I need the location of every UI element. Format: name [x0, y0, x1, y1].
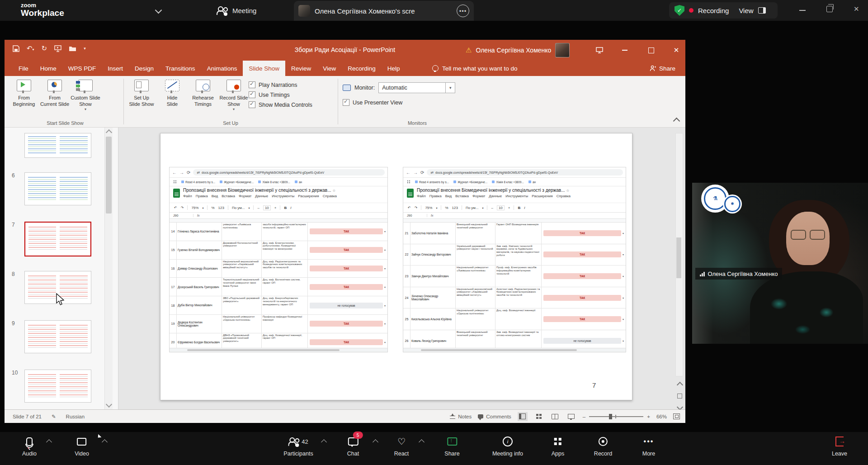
slide-thumbnail-image[interactable] [24, 320, 91, 353]
ppt-maximize-button[interactable] [640, 40, 662, 61]
record-button[interactable]: Record [594, 435, 612, 457]
view-button[interactable]: View [739, 7, 753, 14]
video-options-chevron[interactable] [102, 439, 108, 445]
ribbon-tab[interactable]: WPS PDF [62, 61, 102, 76]
ppt-account[interactable]: ⚠ Олена Сергіївна Хоменко [466, 40, 570, 61]
slide-vertical-scrollbar[interactable] [675, 133, 683, 376]
ribbon-big-button[interactable]: FromBeginning [9, 80, 39, 112]
ppt-account-avatar[interactable] [555, 43, 570, 57]
ppt-close-button[interactable]: ✕ [665, 40, 687, 61]
participants-options-chevron[interactable] [321, 439, 327, 445]
chat-button[interactable]: 5 Chat [347, 435, 359, 457]
window-minimize-button[interactable] [799, 10, 806, 11]
zoom-percentage[interactable]: 66% [656, 414, 667, 419]
camera-off-icon [77, 438, 87, 446]
use-presenter-view-checkbox[interactable]: Use Presenter View [343, 99, 492, 106]
ppt-minimize-button[interactable] [614, 40, 636, 61]
slide-thumbnail-image[interactable] [24, 133, 91, 158]
tab-screen-share[interactable]: Олена Сергіївна Хоменко's scre ••• [294, 1, 474, 21]
meeting-info-button[interactable]: i Meeting info [492, 435, 523, 457]
vote-cell: ТАК [543, 273, 621, 279]
bookmark-item: Read 4 answers by s... [415, 180, 449, 184]
video-button[interactable]: Video [75, 435, 89, 457]
react-options-chevron[interactable] [419, 439, 425, 445]
slide-thumbnail-image[interactable] [24, 172, 91, 205]
dropdown-arrow-icon[interactable]: ▾ [445, 83, 455, 93]
ribbon-big-button[interactable]: FromCurrent Slide [40, 80, 70, 112]
ribbon-checkbox[interactable]: Use Timings [249, 91, 312, 98]
zoom-in-icon[interactable]: + [647, 414, 650, 419]
slide-sorter-view-button[interactable] [534, 412, 544, 421]
ribbon-tab[interactable]: Animations [201, 61, 243, 76]
tell-me-box[interactable]: Tell me what you want to do [432, 61, 518, 76]
zoom-slider[interactable]: – + [583, 414, 650, 419]
ribbon-tab[interactable]: Review [285, 61, 317, 76]
ribbon-tab[interactable]: Transitions [160, 61, 201, 76]
apps-button[interactable]: Apps [552, 435, 565, 457]
window-restore-button[interactable] [826, 6, 833, 12]
ribbon-tab[interactable]: View [317, 61, 342, 76]
shield-check-icon[interactable]: ✓ [675, 5, 684, 16]
tab-meeting[interactable]: Meeting [217, 0, 256, 21]
fit-slide-icon[interactable] [673, 413, 680, 419]
ribbon-big-button[interactable]: Set UpSlide Show [127, 80, 156, 112]
ribbon-checkbox[interactable]: Show Media Controls [249, 101, 312, 108]
monitor-dropdown[interactable]: Automatic ▾ [378, 82, 455, 93]
previous-slide-icon[interactable] [676, 382, 683, 388]
scrollbar-thumb[interactable] [676, 237, 681, 278]
zoom-out-icon[interactable]: – [583, 414, 585, 419]
slide-thumbnail[interactable]: 8 [5, 271, 99, 304]
scroll-down-icon[interactable] [106, 401, 112, 408]
ribbon-tab[interactable]: Design [129, 61, 160, 76]
ribbon-checkbox[interactable]: Play Narrations [249, 81, 312, 88]
react-button[interactable]: ♡ React [394, 435, 409, 457]
leave-button[interactable]: Leave [832, 435, 847, 457]
ribbon-big-button[interactable]: Record SlideShow [219, 80, 249, 112]
powerpoint-window: ↶▾ ↻ ▾ Збори Ради Асоціації - PowerPoint… [5, 40, 685, 423]
slide-thumbnail[interactable]: 7 [5, 222, 99, 256]
audio-options-chevron[interactable] [46, 439, 52, 445]
slide-thumbnail[interactable]: 6 [5, 172, 99, 205]
slide-thumbnail[interactable] [5, 133, 99, 158]
comments-button[interactable]: Comments [478, 414, 511, 419]
window-close-button[interactable]: ✕ [854, 5, 859, 13]
ribbon-big-button[interactable]: Custom SlideShow [71, 80, 100, 112]
display-settings-icon[interactable] [589, 40, 610, 61]
slider-thumb[interactable] [609, 414, 612, 419]
ribbon-tab[interactable]: Insert [102, 61, 129, 76]
ribbon-tab[interactable]: Slide Show [243, 61, 285, 76]
more-options-icon[interactable]: ••• [457, 5, 469, 17]
slide-thumbnail-image[interactable] [24, 370, 91, 403]
slide-nav-box-icon[interactable] [677, 394, 682, 399]
slide-canvas[interactable]: ← → ⟳ ⇄ docs.google.com/spreadsheets/d/1… [160, 133, 632, 400]
ribbon-big-button[interactable]: RehearseTimings [188, 80, 218, 112]
thumbnail-scrollbar[interactable] [104, 128, 113, 409]
audio-button[interactable]: Audio [22, 435, 37, 457]
chat-options-chevron[interactable] [373, 439, 378, 445]
ribbon-tab[interactable]: Recording [342, 61, 382, 76]
ribbon-big-button[interactable]: HideSlide [157, 80, 187, 112]
webcam-video[interactable]: ⚗ ❄ Олена Сергіївна Хоменко [692, 183, 868, 344]
more-button[interactable]: ••• More [642, 435, 655, 457]
slide-thumbnail[interactable]: 10 [5, 370, 99, 403]
collapse-ribbon-icon[interactable] [673, 118, 680, 125]
normal-view-button[interactable] [518, 412, 528, 421]
slide-thumbnail-image[interactable] [24, 222, 91, 256]
ppt-share-button[interactable]: Share [650, 61, 675, 76]
ribbon-tab[interactable]: File [13, 61, 34, 76]
scroll-up-icon[interactable] [106, 129, 112, 136]
ppt-share-label: Share [659, 65, 675, 72]
participants-button[interactable]: 42 Participants [283, 435, 313, 457]
view-layout-icon[interactable] [758, 7, 766, 14]
ribbon-tab[interactable]: Help [382, 61, 406, 76]
slideshow-view-button[interactable] [566, 412, 576, 421]
proofing-icon[interactable]: ✎ [52, 413, 56, 420]
language-indicator[interactable]: Russian [66, 414, 85, 419]
reading-view-button[interactable] [550, 412, 560, 421]
scrollbar-thumb[interactable] [106, 137, 112, 214]
slide-thumbnail[interactable]: 9 [5, 320, 99, 353]
notes-button[interactable]: Notes [450, 414, 472, 419]
share-button[interactable]: Share [444, 435, 459, 457]
ribbon-tab[interactable]: Home [34, 61, 62, 76]
chevron-down-icon[interactable] [155, 7, 162, 14]
